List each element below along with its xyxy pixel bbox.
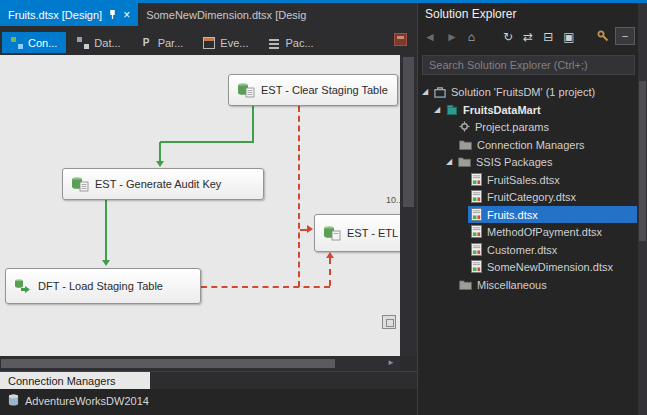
- event-handlers-icon: [203, 37, 215, 49]
- params-icon: [459, 121, 470, 132]
- solution-explorer-toolbar: ◄ ► ⌂ ↻ ⇄ ⊟ ▣: [424, 27, 575, 47]
- tree-item-miscellaneous[interactable]: Miscellaneous: [418, 276, 637, 293]
- tree-item-label: Solution 'FruitsDM' (1 project): [451, 86, 595, 98]
- scroll-right-icon[interactable]: ►: [387, 358, 395, 367]
- tree-item-label: FruitCategory.dtsx: [487, 191, 576, 203]
- tab-connection-managers[interactable]: Connection Managers: [0, 372, 150, 390]
- tab-somenewdimension-dtsx[interactable]: SomeNewDimension.dtsx [Desig: [138, 3, 314, 26]
- package-icon: [471, 173, 482, 186]
- tree-item-fruits-dtsx[interactable]: Fruits.dtsx: [418, 206, 637, 223]
- failure-connector[interactable]: [298, 106, 300, 287]
- execute-sql-task-icon: [237, 82, 255, 98]
- connection-managers-panel: AdventureWorksDW2014: [0, 389, 417, 415]
- tree-item-label: Project.params: [475, 121, 549, 133]
- success-connector[interactable]: [252, 106, 254, 142]
- canvas-annotation: 10...: [386, 195, 400, 205]
- canvas-corner-button[interactable]: [382, 315, 396, 329]
- failure-arrowhead-icon: [326, 252, 334, 258]
- tree-item-label: Fruits.dtsx: [487, 209, 538, 221]
- success-connector[interactable]: [159, 142, 161, 162]
- minimize-button[interactable]: −: [615, 27, 635, 45]
- tree-item-solution[interactable]: ◢ Solution 'FruitsDM' (1 project): [418, 83, 637, 100]
- tab-label: Eve...: [220, 37, 248, 49]
- search-input[interactable]: [422, 55, 635, 75]
- folder-icon: [459, 280, 472, 290]
- task-label: EST - ETL: [347, 227, 398, 239]
- vs-window: Fruits.dtsx [Design] × SomeNewDimension.…: [0, 0, 647, 415]
- back-icon[interactable]: ◄: [424, 30, 436, 44]
- tab-control-flow[interactable]: Con...: [2, 32, 66, 53]
- tree-item-label: Connection Managers: [477, 139, 585, 151]
- folder-icon: [458, 157, 471, 167]
- tree-item-label: SSIS Packages: [476, 156, 552, 168]
- tab-package-explorer[interactable]: Pac...: [259, 32, 322, 53]
- show-all-files-icon[interactable]: ▣: [563, 30, 574, 44]
- tab-fruits-dtsx[interactable]: Fruits.dtsx [Design] ×: [0, 3, 138, 26]
- connection-manager-item[interactable]: AdventureWorksDW2014: [8, 394, 149, 407]
- tree-item-label: Miscellaneous: [477, 279, 547, 291]
- task-load-staging-table[interactable]: DFT - Load Staging Table: [5, 268, 201, 304]
- tree-item-ssis-packages[interactable]: ◢ SSIS Packages: [418, 153, 637, 170]
- success-connector[interactable]: [105, 200, 107, 261]
- parameters-icon: [141, 37, 153, 49]
- package-explorer-icon: [268, 37, 280, 49]
- minus-icon: −: [622, 30, 628, 42]
- solution-explorer-panel: Solution Explorer ◄ ► ⌂ ↻ ⇄ ⊟ ▣ − ◢ Solu…: [417, 3, 647, 415]
- tree-item-fruitsales-dtsx[interactable]: FruitSales.dtsx: [418, 171, 637, 188]
- vertical-scrollbar[interactable]: [400, 55, 417, 356]
- toolbox-icon[interactable]: [394, 33, 407, 46]
- task-label: EST - Clear Staging Table: [261, 84, 388, 96]
- close-icon[interactable]: ×: [123, 9, 130, 21]
- tree-item-fruitcategory-dtsx[interactable]: FruitCategory.dtsx: [418, 188, 637, 205]
- refresh-icon[interactable]: ⇄: [523, 30, 533, 44]
- tab-label: Par...: [158, 37, 184, 49]
- tree-item-connection-managers[interactable]: Connection Managers: [418, 136, 637, 153]
- panel-scrollbar[interactable]: [638, 3, 647, 415]
- tree-item-methodofpayment-dtsx[interactable]: MethodOfPayment.dtsx: [418, 223, 637, 240]
- pin-icon[interactable]: [108, 9, 117, 20]
- control-flow-icon: [11, 37, 23, 49]
- tab-label: Connection Managers: [8, 375, 116, 387]
- success-arrowhead-icon: [156, 161, 164, 167]
- bottom-pane-tab-bar: Connection Managers: [0, 371, 417, 389]
- task-generate-audit-key[interactable]: EST - Generate Audit Key: [62, 168, 264, 200]
- success-connector[interactable]: [160, 141, 254, 143]
- panel-title: Solution Explorer: [425, 7, 516, 21]
- task-label: DFT - Load Staging Table: [38, 280, 163, 292]
- package-icon: [471, 190, 482, 203]
- data-flow-icon: [77, 37, 89, 49]
- failure-connector[interactable]: [201, 286, 330, 288]
- failure-connector[interactable]: [329, 258, 331, 286]
- vertical-scrollbar-thumb[interactable]: [403, 57, 414, 207]
- wrench-icon[interactable]: [597, 30, 609, 44]
- tree-item-customer-dtsx[interactable]: Customer.dtsx: [418, 241, 637, 258]
- tab-label: Pac...: [285, 37, 313, 49]
- tree-item-label: MethodOfPayment.dtsx: [487, 226, 602, 238]
- task-etl[interactable]: EST - ETL: [314, 214, 400, 252]
- sync-icon[interactable]: ↻: [503, 30, 513, 44]
- task-clear-staging-table[interactable]: EST - Clear Staging Table: [228, 74, 398, 106]
- home-icon[interactable]: ⌂: [468, 30, 475, 44]
- tab-parameters[interactable]: Par...: [132, 32, 193, 53]
- tree-item-somenewdimension-dtsx[interactable]: SomeNewDimension.dtsx: [418, 258, 637, 275]
- execute-sql-task-icon: [71, 176, 89, 192]
- chevron-expanded-icon[interactable]: ◢: [422, 87, 434, 96]
- panel-scrollbar-thumb[interactable]: [639, 81, 646, 241]
- chevron-expanded-icon[interactable]: ◢: [446, 157, 458, 166]
- tree-item-project[interactable]: ◢ FruitsDataMart: [418, 101, 637, 118]
- horizontal-scrollbar[interactable]: ►: [0, 356, 400, 371]
- doc-tab-label: Fruits.dtsx [Design]: [8, 9, 102, 21]
- tab-event-handlers[interactable]: Eve...: [194, 32, 257, 53]
- task-label: EST - Generate Audit Key: [95, 178, 221, 190]
- project-icon: [446, 104, 458, 116]
- collapse-all-icon[interactable]: ⊟: [543, 30, 553, 44]
- document-tab-bar: Fruits.dtsx [Design] × SomeNewDimension.…: [0, 3, 417, 26]
- tree-item-label: SomeNewDimension.dtsx: [487, 261, 613, 273]
- tree-item-project-params[interactable]: Project.params: [418, 118, 637, 135]
- forward-icon[interactable]: ►: [446, 30, 458, 44]
- horizontal-scrollbar-thumb[interactable]: [1, 359, 335, 368]
- design-surface[interactable]: EST - Clear Staging Table EST - Generate…: [0, 55, 400, 356]
- tab-data-flow[interactable]: Dat...: [68, 32, 129, 53]
- doc-tab-label: SomeNewDimension.dtsx [Desig: [146, 9, 306, 21]
- chevron-expanded-icon[interactable]: ◢: [434, 105, 446, 114]
